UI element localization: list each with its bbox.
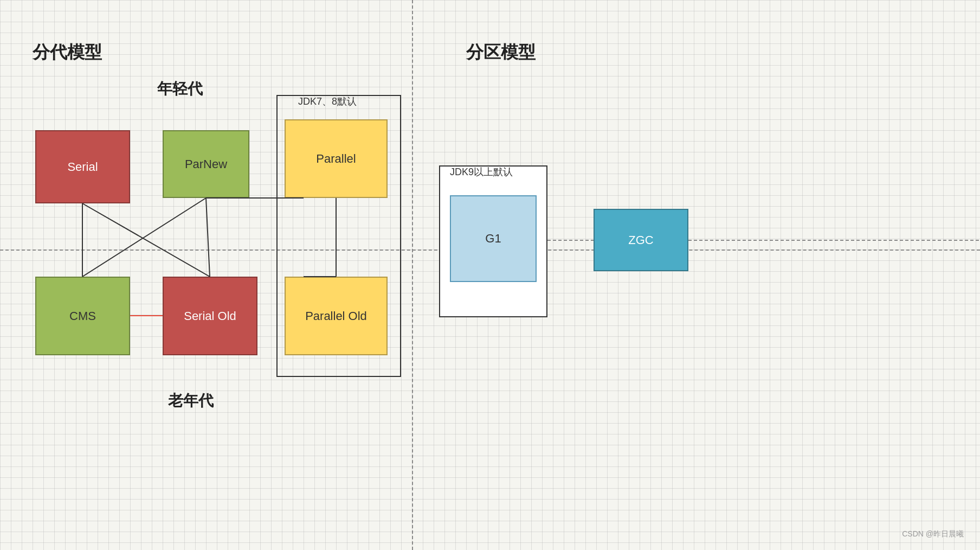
serial-old-box: Serial Old [163,277,257,355]
jdk9-label: JDK9以上默认 [450,165,513,178]
cms-box: CMS [35,277,130,355]
svg-line-1 [82,203,210,277]
vertical-divider [412,0,413,550]
zgc-box: ZGC [594,209,688,271]
serial-box: Serial [35,130,130,203]
title-partitioned: 分区模型 [466,41,536,65]
parallel-box: Parallel [285,119,388,198]
g1-box: G1 [450,195,537,282]
parallel-old-box: Parallel Old [285,277,388,355]
title-old-gen: 老年代 [168,391,214,411]
svg-line-3 [206,198,210,277]
parnew-box: ParNew [163,130,249,198]
svg-line-2 [82,198,206,277]
watermark: CSDN @昨日晨曦 [902,529,964,539]
jdk78-label: JDK7、8默认 [298,95,357,108]
title-generational: 分代模型 [33,41,102,65]
title-young-gen: 年轻代 [157,79,203,99]
